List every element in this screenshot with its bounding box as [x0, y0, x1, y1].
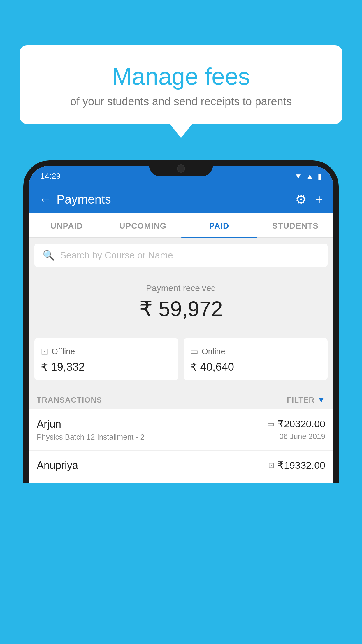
settings-icon[interactable]: ⚙	[295, 192, 307, 207]
online-icon: ▭	[190, 346, 198, 356]
offline-card-header: ⊡ Offline	[41, 346, 172, 356]
phone-frame: 14:29 ▼ ▲ ▮ ← Payments ⚙ +	[23, 160, 339, 644]
online-amount: ₹ 40,640	[190, 360, 321, 373]
student-name: Anupriya	[37, 459, 78, 472]
tab-paid[interactable]: PAID	[181, 213, 257, 237]
speech-bubble: Manage fees of your students and send re…	[20, 45, 342, 124]
app-bar-title: Payments	[57, 192, 111, 206]
status-time: 14:29	[40, 172, 61, 181]
payment-type-icon: ⊡	[268, 461, 275, 470]
transaction-left: Arjun Physics Batch 12 Installment - 2	[37, 418, 145, 442]
app-bar-left: ← Payments	[39, 192, 111, 206]
student-name: Arjun	[37, 418, 145, 430]
online-card-header: ▭ Online	[190, 346, 321, 356]
filter-button[interactable]: FILTER ▼	[287, 396, 325, 405]
app-bar: ← Payments ⚙ +	[29, 186, 333, 213]
filter-label: FILTER	[287, 396, 314, 405]
filter-icon: ▼	[317, 396, 325, 405]
phone-outer: 14:29 ▼ ▲ ▮ ← Payments ⚙ +	[23, 160, 339, 483]
offline-card: ⊡ Offline ₹ 19,332	[34, 338, 178, 380]
transactions-header: TRANSACTIONS FILTER ▼	[29, 388, 333, 409]
tab-upcoming[interactable]: UPCOMING	[105, 213, 181, 237]
search-placeholder: Search by Course or Name	[60, 250, 173, 261]
offline-amount: ₹ 19,332	[41, 360, 172, 373]
transaction-row[interactable]: Arjun Physics Batch 12 Installment - 2 ▭…	[29, 409, 333, 451]
app-bar-right: ⚙ +	[295, 192, 323, 207]
amount-row: ▭ ₹20320.00	[267, 418, 325, 430]
screen-content: 🔍 Search by Course or Name Payment recei…	[29, 244, 333, 483]
payment-received-label: Payment received	[34, 283, 328, 293]
course-info: Physics Batch 12 Installment - 2	[37, 433, 145, 442]
add-icon[interactable]: +	[315, 192, 323, 207]
tab-unpaid[interactable]: UNPAID	[29, 213, 105, 237]
transaction-right: ▭ ₹20320.00 06 June 2019	[267, 418, 325, 441]
online-label: Online	[202, 347, 225, 356]
offline-icon: ⊡	[41, 346, 48, 356]
tab-students[interactable]: STUDENTS	[257, 213, 334, 237]
battery-icon: ▮	[318, 172, 322, 181]
status-icons: ▼ ▲ ▮	[295, 172, 322, 181]
phone-camera	[177, 164, 185, 173]
payment-type-icon: ▭	[267, 419, 275, 428]
back-button[interactable]: ←	[39, 192, 51, 206]
transaction-date: 06 June 2019	[267, 432, 325, 441]
amount-row: ⊡ ₹19332.00	[268, 459, 325, 471]
phone-screen: 14:29 ▼ ▲ ▮ ← Payments ⚙ +	[29, 166, 333, 483]
signal-icon: ▲	[306, 172, 314, 181]
transaction-amount: ₹19332.00	[277, 459, 325, 471]
bubble-title: Manage fees	[37, 63, 325, 90]
payment-received-section: Payment received ₹ 59,972	[29, 273, 333, 338]
speech-bubble-container: Manage fees of your students and send re…	[20, 45, 342, 124]
offline-label: Offline	[52, 347, 75, 356]
search-bar[interactable]: 🔍 Search by Course or Name	[34, 244, 328, 267]
transactions-label: TRANSACTIONS	[37, 396, 102, 405]
wifi-icon: ▼	[295, 172, 302, 181]
search-icon: 🔍	[43, 249, 55, 261]
transaction-left: Anupriya	[37, 459, 78, 474]
payment-total-amount: ₹ 59,972	[34, 297, 328, 321]
transaction-row[interactable]: Anupriya ⊡ ₹19332.00	[29, 451, 333, 483]
bubble-subtitle: of your students and send receipts to pa…	[37, 95, 325, 108]
online-card: ▭ Online ₹ 40,640	[184, 338, 328, 380]
phone-notch	[149, 160, 213, 176]
transaction-amount: ₹20320.00	[277, 418, 325, 430]
transaction-right: ⊡ ₹19332.00	[268, 459, 325, 473]
tabs-bar: UNPAID UPCOMING PAID STUDENTS	[29, 213, 333, 238]
payment-cards: ⊡ Offline ₹ 19,332 ▭ Online ₹ 40,640	[29, 338, 333, 388]
